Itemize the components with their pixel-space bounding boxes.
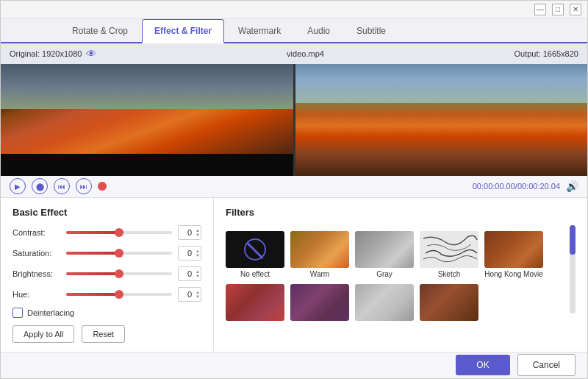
filter-thumb-r5 — [420, 284, 478, 321]
tab-effect-filter[interactable]: Effect & Filter — [142, 19, 224, 43]
hue-slider[interactable] — [66, 293, 172, 296]
brightness-row: Brightness: 0 ▲ ▼ — [12, 266, 201, 281]
record-button[interactable] — [98, 182, 107, 191]
time-display: 00:00:00.00/00:00:20.04 — [473, 182, 560, 191]
video-panel-right — [295, 64, 588, 176]
filter-item-r2[interactable] — [226, 284, 284, 323]
filter-label-warm: Warm — [310, 270, 329, 278]
filter-scrollbar[interactable] — [570, 225, 576, 314]
tab-bar: Rotate & Crop Effect & Filter Watermark … — [1, 19, 587, 43]
filter-thumb-sketch — [420, 231, 478, 268]
filter-item-sketch[interactable]: Sketch — [420, 231, 478, 278]
filter-item-no-effect[interactable]: No effect — [226, 231, 284, 278]
filter-item-gray[interactable]: Gray — [355, 231, 414, 278]
bottom-panel: Basic Effect Contrast: 0 ▲ ▼ Satu — [1, 198, 587, 352]
filter-label-gray: Gray — [376, 270, 392, 278]
tab-watermark[interactable]: Watermark — [226, 19, 293, 42]
minimize-button[interactable]: — — [534, 4, 546, 15]
stop-button[interactable]: ⬤ — [32, 178, 48, 194]
filter-panel-title: Filters — [226, 207, 576, 218]
reset-button[interactable]: Reset — [82, 325, 125, 343]
filter-thumb-hong-kong — [484, 231, 543, 268]
brightness-slider[interactable] — [66, 272, 172, 275]
next-frame-button[interactable]: ⏭ — [76, 178, 92, 194]
playback-bar: ▶ ⬤ ⏮ ⏭ 00:00:00.00/00:00:20.04 🔊 — [1, 176, 587, 198]
deinterlace-checkbox[interactable] — [12, 308, 23, 318]
contrast-slider[interactable] — [66, 231, 172, 234]
maximize-button[interactable]: □ — [552, 4, 564, 15]
deinterlace-row: Deinterlacing — [12, 308, 201, 318]
original-label: Original: 1920x1080 — [10, 49, 82, 58]
play-button[interactable]: ▶ — [10, 178, 26, 194]
window-controls: — □ ✕ — [534, 4, 581, 15]
hue-value-box[interactable]: 0 ▲ ▼ — [178, 287, 201, 302]
contrast-value: 0 — [187, 228, 192, 237]
saturation-label: Saturation: — [12, 249, 60, 258]
video-preview-right — [295, 64, 588, 176]
filter-scrollbar-thumb[interactable] — [570, 225, 576, 255]
sketch-svg — [420, 231, 478, 268]
app-window: — □ ✕ Rotate & Crop Effect & Filter Wate… — [0, 0, 588, 379]
prev-frame-button[interactable]: ⏮ — [54, 178, 70, 194]
filter-thumb-r3 — [290, 284, 349, 321]
contrast-row: Contrast: 0 ▲ ▼ — [12, 225, 201, 240]
effect-panel: Basic Effect Contrast: 0 ▲ ▼ Satu — [1, 198, 214, 352]
effect-buttons: Apply to All Reset — [12, 325, 201, 343]
filter-panel: Filters No effect Warm — [214, 198, 587, 352]
effect-panel-title: Basic Effect — [12, 207, 201, 218]
brightness-label: Brightness: — [12, 269, 60, 278]
video-panel-left — [1, 64, 295, 176]
saturation-down[interactable]: ▼ — [196, 253, 200, 258]
filter-thumb-r2 — [226, 284, 284, 321]
filter-item-r5[interactable] — [420, 284, 478, 323]
playback-controls: ▶ ⬤ ⏮ ⏭ — [10, 178, 107, 194]
cancel-button[interactable]: Cancel — [517, 354, 576, 376]
title-bar: — □ ✕ — [1, 1, 587, 19]
filter-grid: No effect Warm Gray — [226, 231, 562, 323]
preview-area: Original: 1920x1080 👁 video.mp4 Output: … — [1, 43, 587, 176]
video-preview-left — [1, 64, 293, 176]
footer: OK Cancel — [1, 352, 587, 378]
tab-subtitle[interactable]: Subtitle — [344, 19, 398, 42]
saturation-row: Saturation: 0 ▲ ▼ — [12, 246, 201, 261]
filter-label-hong-kong: Hong Kong Movie — [484, 270, 543, 278]
output-label: Output: 1665x820 — [514, 49, 578, 58]
tab-rotate-crop[interactable]: Rotate & Crop — [60, 19, 140, 42]
hue-row: Hue: 0 ▲ ▼ — [12, 287, 201, 302]
deinterlace-label: Deinterlacing — [27, 308, 74, 317]
contrast-down[interactable]: ▼ — [196, 233, 200, 237]
filename-label: video.mp4 — [287, 49, 324, 58]
brightness-down[interactable]: ▼ — [196, 274, 200, 278]
contrast-value-box[interactable]: 0 ▲ ▼ — [178, 225, 201, 240]
filter-label-sketch: Sketch — [438, 270, 461, 278]
visibility-icon[interactable]: 👁 — [86, 48, 96, 60]
filter-item-warm[interactable]: Warm — [290, 231, 349, 278]
saturation-value-box[interactable]: 0 ▲ ▼ — [178, 246, 201, 261]
videos-container — [1, 64, 587, 176]
filter-thumb-warm — [290, 231, 349, 268]
filter-thumb-no-effect — [226, 231, 284, 268]
filter-item-hong-kong[interactable]: Hong Kong Movie — [484, 231, 543, 278]
original-info: Original: 1920x1080 👁 — [10, 48, 96, 60]
apply-to-all-button[interactable]: Apply to All — [12, 325, 74, 343]
saturation-slider[interactable] — [66, 252, 172, 255]
close-button[interactable]: ✕ — [570, 4, 581, 15]
filter-item-r3[interactable] — [290, 284, 349, 323]
saturation-value: 0 — [187, 249, 192, 258]
contrast-label: Contrast: — [12, 228, 60, 237]
brightness-value: 0 — [187, 269, 192, 278]
hue-label: Hue: — [12, 290, 60, 299]
hue-value: 0 — [187, 290, 192, 299]
ok-button[interactable]: OK — [456, 355, 509, 375]
filter-item-r4[interactable] — [355, 284, 414, 323]
filter-thumb-gray — [355, 231, 414, 268]
no-effect-icon — [244, 238, 266, 261]
tab-audio[interactable]: Audio — [295, 19, 343, 42]
hue-down[interactable]: ▼ — [196, 294, 200, 299]
volume-icon[interactable]: 🔊 — [566, 180, 578, 192]
filter-thumb-r4 — [355, 284, 414, 321]
preview-info-bar: Original: 1920x1080 👁 video.mp4 Output: … — [1, 43, 587, 64]
filter-label-no-effect: No effect — [240, 270, 270, 278]
brightness-value-box[interactable]: 0 ▲ ▼ — [178, 266, 201, 281]
